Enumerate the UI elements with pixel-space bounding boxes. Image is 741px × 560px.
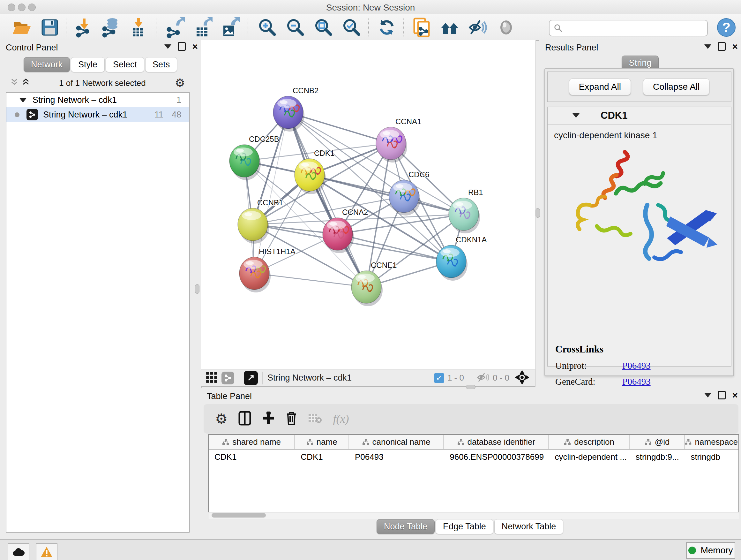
horizontal-splitter-handle[interactable] [466, 385, 475, 389]
collapse-all-button[interactable]: Collapse All [643, 78, 710, 95]
tab-sets[interactable]: Sets [145, 57, 177, 72]
expand-all-networks-icon[interactable] [10, 78, 18, 88]
table-cell[interactable]: stringdb [685, 449, 738, 464]
float-panel-icon[interactable] [718, 42, 726, 51]
tab-network[interactable]: Network [23, 57, 70, 72]
collection-expand-icon[interactable] [19, 98, 27, 103]
tab-network-table[interactable]: Network Table [494, 519, 563, 534]
node-label-CCNB1: CCNB1 [257, 198, 283, 207]
gene-name: CDK1 [601, 110, 627, 121]
expand-all-button[interactable]: Expand All [569, 78, 631, 95]
network-collection-row[interactable]: String Network – cdk1 1 [6, 92, 189, 107]
zoom-in-icon[interactable] [257, 17, 278, 38]
import-network-file-icon[interactable] [74, 17, 94, 38]
delete-column-icon[interactable] [286, 411, 297, 427]
column-header-database-identifier[interactable]: database identifier [444, 435, 549, 449]
function-builder-icon: f(x) [333, 412, 349, 426]
node-CDC6[interactable]: CDC6 [389, 170, 429, 215]
table-cell[interactable]: stringdb:9... [630, 449, 685, 464]
crosslink-link[interactable]: P06493 [622, 361, 651, 371]
tab-node-table[interactable]: Node Table [377, 519, 434, 534]
column-header-name[interactable]: name [295, 435, 349, 449]
add-column-icon[interactable] [262, 411, 275, 427]
column-header-description[interactable]: description [549, 435, 630, 449]
table-cell[interactable]: P06493 [349, 449, 444, 464]
table-options-gear-icon[interactable]: ⚙ [215, 413, 227, 425]
collapse-panel-icon[interactable] [704, 44, 711, 49]
node-CDKN1A[interactable]: CDKN1A [436, 235, 487, 281]
table-cell[interactable]: CDK1 [295, 449, 349, 464]
table-cell[interactable]: cyclin-dependent ... [549, 449, 630, 464]
export-table-icon[interactable] [193, 17, 213, 38]
node-CCNB2[interactable]: CCNB2 [273, 86, 319, 132]
eye-icon[interactable] [496, 17, 516, 38]
string-home-icon[interactable] [440, 17, 460, 38]
memory-button[interactable]: Memory [686, 542, 735, 559]
toolbar-separator [472, 372, 472, 384]
node-HIST1H1A[interactable]: HIST1H1A [239, 247, 295, 293]
crosslink-label: Uniprot: [555, 361, 622, 371]
cdk1-section-header[interactable]: CDK1 [548, 107, 731, 125]
node-label-CCNA1: CCNA1 [395, 117, 421, 126]
tab-edge-table[interactable]: Edge Table [435, 519, 493, 534]
zoom-selected-icon[interactable] [341, 17, 362, 38]
scrollbar-thumb[interactable] [212, 513, 266, 517]
show-columns-icon[interactable] [239, 411, 251, 427]
close-panel-icon[interactable]: × [192, 43, 198, 51]
cloud-status-button[interactable] [8, 543, 29, 560]
collapse-panel-icon[interactable] [704, 393, 711, 397]
export-view-icon[interactable] [244, 371, 258, 385]
string-panel-icon[interactable] [221, 372, 234, 384]
collapse-all-networks-icon[interactable] [22, 78, 30, 88]
fit-selected-crosshair-icon[interactable] [515, 370, 529, 386]
column-header--id[interactable]: @id [630, 435, 685, 449]
tab-style[interactable]: Style [71, 57, 105, 72]
column-header-namespace[interactable]: namespace [685, 435, 738, 449]
export-network-icon[interactable] [165, 17, 186, 38]
column-header-label: shared name [232, 437, 281, 447]
column-header-shared-name[interactable]: shared name [209, 435, 295, 449]
table-row[interactable]: CDK1CDK1P064939606.ENSP00000378699cyclin… [209, 449, 738, 464]
open-session-icon[interactable] [11, 17, 32, 38]
edge-CCNB2-CCNE1[interactable] [288, 112, 366, 287]
refresh-icon[interactable] [377, 17, 397, 38]
tab-select[interactable]: Select [106, 57, 144, 72]
table-cell[interactable]: 9606.ENSP00000378699 [444, 449, 549, 464]
selected-indicator-checkbox[interactable]: ✓ [434, 373, 444, 383]
zoom-fit-icon[interactable] [313, 17, 334, 38]
vertical-splitter-handle[interactable] [195, 284, 199, 294]
search-input[interactable] [565, 21, 707, 35]
vertical-splitter-handle[interactable] [536, 208, 540, 218]
birdseye-grid-icon[interactable] [205, 371, 218, 385]
save-session-icon[interactable] [40, 17, 60, 38]
edge-HIST1H1A-CCNE1[interactable] [254, 273, 366, 287]
node-RB1[interactable]: RB1 [449, 188, 483, 233]
close-panel-icon[interactable]: × [732, 43, 738, 51]
table-header-row[interactable]: shared namenamecanonical namedatabase id… [209, 435, 738, 449]
network-options-gear-icon[interactable]: ⚙ [175, 77, 185, 89]
import-network-database-icon[interactable] [101, 17, 121, 38]
float-panel-icon[interactable] [718, 391, 726, 399]
network-row[interactable]: String Network – cdk1 11 48 [6, 107, 189, 122]
node-CCNA1[interactable]: CCNA1 [376, 117, 421, 163]
section-collapse-icon[interactable] [572, 113, 580, 118]
export-image-icon[interactable] [220, 17, 241, 38]
collapse-panel-icon[interactable] [164, 44, 172, 49]
crosslink-link[interactable]: P06493 [622, 376, 651, 387]
close-panel-icon[interactable]: × [732, 391, 738, 399]
table-cell[interactable]: CDK1 [209, 449, 295, 464]
network-view-title: String Network – cdk1 [267, 373, 352, 383]
import-table-file-icon[interactable] [128, 17, 149, 38]
hide-unhide-icon[interactable] [468, 17, 488, 38]
column-header-label: database identifier [468, 437, 535, 447]
help-icon[interactable]: ? [716, 17, 737, 38]
table-horizontal-scrollbar[interactable] [208, 512, 739, 519]
zoom-out-icon[interactable] [285, 17, 306, 38]
warnings-button[interactable] [36, 543, 57, 560]
crosslink-row: Uniprot:P06493 [555, 361, 724, 371]
string-document-icon[interactable] [412, 17, 432, 38]
float-panel-icon[interactable] [178, 42, 186, 51]
column-header-canonical-name[interactable]: canonical name [349, 435, 444, 449]
edge-CDK1-RB1[interactable] [310, 175, 464, 214]
network-canvas[interactable]: CCNB2CCNA1CDC25BCDK1CDC6RB1CCNB1CCNA2CDK… [201, 40, 536, 369]
